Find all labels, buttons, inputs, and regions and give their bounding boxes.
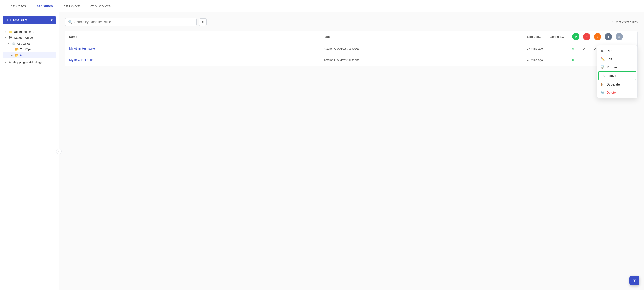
cell-path: Katalon Cloud/test-suites/ts [323,58,527,62]
col-head-name: Name [69,35,323,38]
cell-last-updated: 27 mins ago [527,47,550,50]
suite-name-link[interactable]: My other test suite [69,47,95,50]
menu-item-move[interactable]: ↳ Move [598,71,636,80]
chat-button[interactable]: ? [630,276,640,286]
run-icon: ▶ [601,49,604,53]
menu-item-label: Rename [606,65,618,69]
sidebar-item-label: test-suites [16,42,30,45]
cell-suite-name: My new test suite [69,58,323,62]
table-header: Name Path Last upd... Last exe... P F E … [66,31,638,43]
menu-item-delete[interactable]: 🗑️ Delete [597,88,638,97]
edit-icon: ✏️ [601,57,604,61]
move-icon: ↳ [602,74,606,78]
sidebar: + + Test Suite ▾ ▶ 📁 Uploaded Data ▼ 💾 K… [0,12,59,69]
add-test-suite-button[interactable]: + + Test Suite ▾ [3,16,56,24]
cell-suite-name: My other test suite [69,47,323,50]
test-suites-table: Name Path Last upd... Last exe... P F E … [65,30,638,66]
sidebar-item-test-suites[interactable]: ▼ ☁️ test-suites [3,40,56,46]
folder-icon: 📂 [15,47,19,51]
content-area: 🔍 ≡ 1 - 2 of 2 test suites Name Path Las… [59,12,644,290]
search-icon: 🔍 [68,20,72,24]
menu-item-label: Run [606,49,612,53]
menu-item-label: Edit [606,57,612,61]
sidebar-item-label: Katalon Cloud [14,36,33,39]
filter-icon: ≡ [202,20,204,24]
sidebar-item-label: ts [20,54,23,57]
sidebar-item-uploaded-data[interactable]: ▶ 📁 Uploaded Data [3,29,56,35]
col-head-path: Path [323,35,527,38]
avatar-e: E [594,33,605,40]
sidebar-item-katalon-cloud[interactable]: ▼ 💾 Katalon Cloud [3,35,56,40]
duplicate-icon: 📋 [601,83,604,86]
avatar-s: S [616,33,626,40]
sidebar-item-label: shopping-cart-tests.git [12,60,42,64]
sidebar-wrapper: + + Test Suite ▾ ▶ 📁 Uploaded Data ▼ 💾 K… [0,12,59,290]
search-bar: 🔍 ≡ 1 - 2 of 2 test suites [65,18,638,26]
add-suite-label: + Test Suite [10,18,28,22]
expand-arrow: ▶ [11,54,14,57]
plus-icon: + [6,18,8,22]
avatar-p: P [572,33,583,40]
col-head-last-updated: Last upd... [527,35,550,38]
git-icon: ◈ [8,60,11,64]
cell-failed: 0 [583,47,594,50]
menu-item-run[interactable]: ▶ Run [597,47,638,55]
table-row: My new test suite Katalon Cloud/test-sui… [66,54,638,66]
menu-item-label: Move [608,74,616,78]
expand-arrow: ▼ [7,42,10,45]
folder-icon: 📁 [8,30,12,33]
sidebar-item-ts[interactable]: ▶ 📂 ts [3,52,56,58]
menu-item-label: Delete [606,91,616,94]
cell-passed: 0 [572,58,583,62]
col-head-last-executed: Last exe... [550,35,572,38]
expand-arrow: ▶ [4,30,7,33]
table-row: My other test suite Katalon Cloud/test-s… [66,43,638,54]
menu-item-label: Duplicate [606,83,620,86]
folder-icon: 📂 [15,53,19,57]
avatar-i: I [605,33,616,40]
collapse-sidebar-button[interactable]: ‹ [56,149,62,154]
tab-test-cases[interactable]: Test Cases [4,0,30,12]
expand-arrow: ▶ [4,61,7,63]
sidebar-item-label: TestOps [20,48,32,51]
storage-icon: 💾 [8,36,12,39]
expand-arrow: ▼ [4,36,7,39]
sidebar-item-label: Uploaded Data [14,30,34,33]
chat-icon: ? [633,278,636,283]
top-nav: Test Cases Test Suites Test Objects Web … [0,0,644,12]
menu-item-duplicate[interactable]: 📋 Duplicate [597,80,638,88]
menu-item-edit[interactable]: ✏️ Edit [597,55,638,63]
menu-item-rename[interactable]: 📝 Rename [597,63,638,71]
main-layout: + + Test Suite ▾ ▶ 📁 Uploaded Data ▼ 💾 K… [0,12,644,290]
filter-button[interactable]: ≡ [199,18,207,26]
avatar-f: F [583,33,594,40]
sidebar-item-shopping-cart[interactable]: ▶ ◈ shopping-cart-tests.git [3,59,56,65]
chevron-down-icon: ▾ [51,18,52,22]
search-input[interactable] [74,20,194,24]
search-input-wrap: 🔍 [65,18,197,26]
context-menu: ▶ Run ✏️ Edit 📝 Rename ↳ Move 📋 Duplicat… [597,45,638,98]
tab-test-suites[interactable]: Test Suites [30,0,57,12]
cell-path: Katalon Cloud/test-suites/ts [323,47,527,50]
suite-name-link[interactable]: My new test suite [69,58,94,62]
cell-last-updated: 28 mins ago [527,58,550,62]
delete-icon: 🗑️ [601,91,604,94]
sidebar-item-testops[interactable]: 📂 TestOps [3,46,56,52]
tab-web-services[interactable]: Web Services [85,0,115,12]
tab-test-objects[interactable]: Test Objects [57,0,85,12]
cell-passed: 0 [572,47,583,50]
cloud-icon: ☁️ [11,42,15,45]
result-count: 1 - 2 of 2 test suites [612,20,638,24]
rename-icon: 📝 [601,65,604,69]
